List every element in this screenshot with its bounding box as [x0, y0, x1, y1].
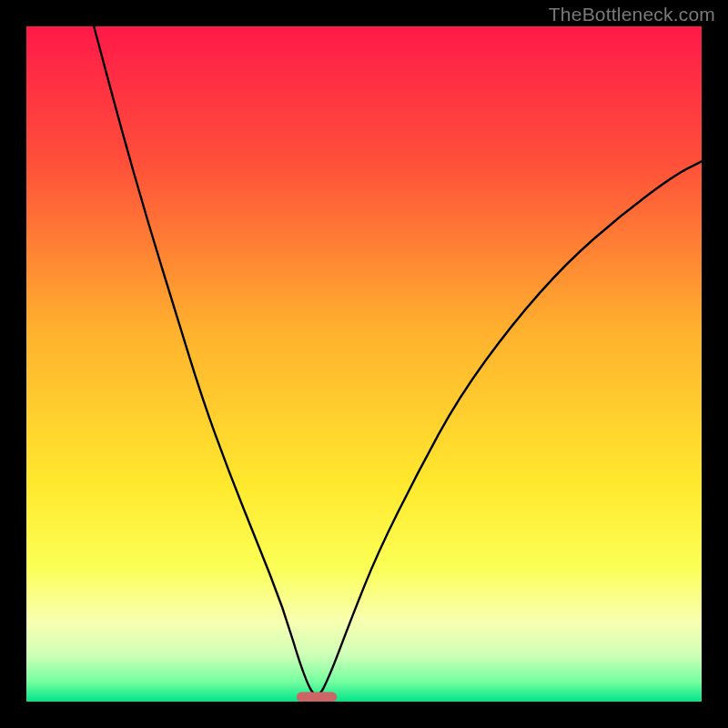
plot-area	[26, 26, 702, 702]
chart-frame: TheBottleneck.com	[0, 0, 728, 728]
bottleneck-chart-canvas	[26, 26, 702, 702]
watermark-text: TheBottleneck.com	[549, 4, 715, 25]
